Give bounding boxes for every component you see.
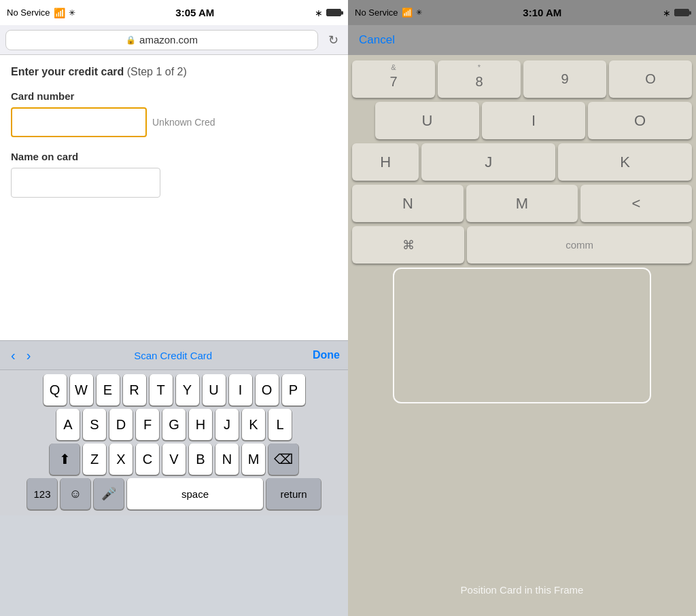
keyboard-toolbar: ‹ › Scan Credit Card Done bbox=[0, 340, 348, 370]
key-V[interactable]: V bbox=[162, 443, 186, 475]
card-number-row: Unknown Cred bbox=[11, 107, 337, 137]
key-B[interactable]: B bbox=[189, 443, 212, 475]
shift-key[interactable]: ⬆ bbox=[50, 443, 80, 475]
key-S[interactable]: S bbox=[83, 409, 106, 440]
url-bar[interactable]: 🔒 amazon.com bbox=[5, 30, 318, 50]
key-L[interactable]: L bbox=[268, 409, 292, 440]
page-title: Enter your credit card (Step 1 of 2) bbox=[11, 66, 337, 78]
kb-key-I: I bbox=[482, 102, 586, 139]
numbers-key[interactable]: 123 bbox=[27, 478, 57, 509]
card-number-input[interactable] bbox=[11, 107, 147, 137]
signal-dot-left: ✳︎ bbox=[69, 8, 75, 18]
done-button[interactable]: Done bbox=[313, 349, 340, 361]
keyboard: Q W E R T Y U I O P A S D F G H J K L ⬆ … bbox=[0, 370, 348, 515]
battery-icon-left bbox=[326, 9, 341, 16]
left-status-left: No Service 📶 ✳︎ bbox=[7, 7, 75, 18]
key-G[interactable]: G bbox=[162, 409, 186, 440]
mic-key[interactable]: 🎤 bbox=[94, 478, 124, 509]
kb-key-9: 9 bbox=[523, 60, 606, 98]
key-N[interactable]: N bbox=[215, 443, 239, 475]
keyboard-row-2: A S D F G H J K L bbox=[2, 409, 346, 440]
kb-key-7: & 7 bbox=[352, 60, 435, 98]
key-H[interactable]: H bbox=[189, 409, 212, 440]
keyboard-row-4: 123 ☺ 🎤 space return bbox=[2, 478, 346, 509]
kb-key-O-top: O bbox=[609, 60, 692, 98]
left-panel: No Service 📶 ✳︎ 3:05 AM ∗ 🔒 amazon.com ↻… bbox=[0, 0, 348, 616]
forward-button[interactable]: › bbox=[24, 348, 34, 362]
back-button[interactable]: ‹ bbox=[8, 348, 18, 362]
key-P[interactable]: P bbox=[282, 374, 305, 405]
right-status-icons: ∗ bbox=[663, 7, 689, 18]
left-time: 3:05 AM bbox=[175, 7, 214, 18]
scan-frame bbox=[393, 268, 651, 403]
unknown-credit-text: Unknown Cred bbox=[152, 117, 215, 128]
kb-key-cmd: ⌘ bbox=[352, 226, 464, 264]
kb-key-lt: < bbox=[580, 185, 692, 222]
bluetooth-icon-right: ∗ bbox=[663, 7, 671, 18]
kb-key-K: K bbox=[558, 143, 692, 181]
battery-icon-right bbox=[674, 9, 689, 16]
left-status-right: ∗ bbox=[315, 7, 341, 18]
key-J[interactable]: J bbox=[215, 409, 239, 440]
space-key[interactable]: space bbox=[127, 478, 263, 509]
left-status-bar: No Service 📶 ✳︎ 3:05 AM ∗ bbox=[0, 0, 348, 25]
kb-key-comm: comm bbox=[467, 226, 692, 264]
key-W[interactable]: W bbox=[70, 374, 93, 405]
no-service-label-left: No Service bbox=[7, 7, 50, 18]
camera-view: & 7 * 8 9 O U I O bbox=[348, 55, 696, 616]
kb-key-J: J bbox=[421, 143, 555, 181]
key-X[interactable]: X bbox=[109, 443, 133, 475]
key-E[interactable]: E bbox=[97, 374, 120, 405]
no-service-label-right: No Service bbox=[355, 7, 398, 18]
kb-key-M: M bbox=[466, 185, 578, 222]
key-O[interactable]: O bbox=[256, 374, 279, 405]
url-text: amazon.com bbox=[139, 34, 198, 46]
kb-key-8: * 8 bbox=[438, 60, 521, 98]
key-A[interactable]: A bbox=[56, 409, 80, 440]
page-title-step: (Step 1 of 2) bbox=[127, 66, 187, 77]
signal-dot-right: ✳︎ bbox=[416, 8, 422, 17]
refresh-button[interactable]: ↻ bbox=[324, 33, 343, 48]
keyboard-row-3: ⬆ Z X C V B N M ⌫ bbox=[2, 443, 346, 475]
key-R[interactable]: R bbox=[123, 374, 146, 405]
right-status-left: No Service 📶 ✳︎ bbox=[355, 7, 422, 18]
key-D[interactable]: D bbox=[109, 409, 133, 440]
page-title-bold: Enter your credit card bbox=[11, 66, 124, 77]
key-M[interactable]: M bbox=[242, 443, 265, 475]
browser-content: Enter your credit card (Step 1 of 2) Car… bbox=[0, 55, 348, 340]
scan-credit-card-button[interactable]: Scan Credit Card bbox=[39, 350, 307, 361]
kb-key-N: N bbox=[352, 185, 464, 222]
name-on-card-input[interactable] bbox=[11, 168, 160, 198]
key-Z[interactable]: Z bbox=[83, 443, 106, 475]
kb-key-O2: O bbox=[588, 102, 692, 139]
emoji-key[interactable]: ☺ bbox=[60, 478, 90, 509]
key-C[interactable]: C bbox=[136, 443, 159, 475]
right-time: 3:10 AM bbox=[523, 7, 561, 18]
kb-key-U: U bbox=[375, 102, 479, 139]
name-section: Name on card bbox=[11, 151, 337, 198]
cancel-button[interactable]: Cancel bbox=[359, 33, 395, 47]
spacer bbox=[352, 102, 372, 139]
cancel-bar: Cancel bbox=[348, 25, 696, 55]
lock-icon: 🔒 bbox=[126, 35, 136, 45]
wifi-icon-right: 📶 bbox=[402, 7, 413, 18]
key-U[interactable]: U bbox=[203, 374, 226, 405]
return-key[interactable]: return bbox=[266, 478, 321, 509]
keyboard-row-1: Q W E R T Y U I O P bbox=[2, 374, 346, 405]
bluetooth-icon-left: ∗ bbox=[315, 7, 323, 18]
key-K[interactable]: K bbox=[242, 409, 265, 440]
name-on-card-label: Name on card bbox=[11, 151, 337, 162]
key-Y[interactable]: Y bbox=[176, 374, 199, 405]
scan-instruction: Position Card in this Frame bbox=[348, 584, 696, 596]
key-I[interactable]: I bbox=[229, 374, 252, 405]
key-T[interactable]: T bbox=[150, 374, 173, 405]
delete-key[interactable]: ⌫ bbox=[268, 443, 298, 475]
address-bar: 🔒 amazon.com ↻ bbox=[0, 25, 348, 55]
right-status-bar: No Service 📶 ✳︎ 3:10 AM ∗ bbox=[348, 0, 696, 25]
right-panel: No Service 📶 ✳︎ 3:10 AM ∗ Cancel & 7 bbox=[348, 0, 696, 616]
card-number-label: Card number bbox=[11, 90, 337, 102]
key-F[interactable]: F bbox=[136, 409, 159, 440]
kb-key-H: H bbox=[352, 143, 419, 181]
key-Q[interactable]: Q bbox=[44, 374, 67, 405]
wifi-icon-left: 📶 bbox=[54, 7, 65, 18]
